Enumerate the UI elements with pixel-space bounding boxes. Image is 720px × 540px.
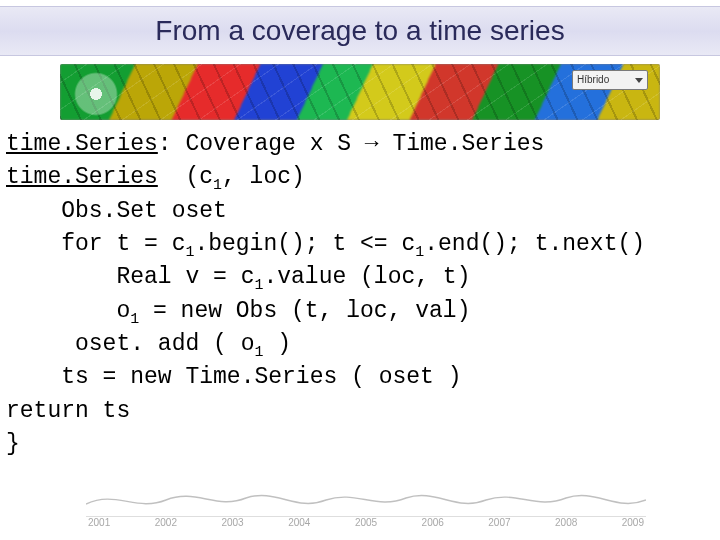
year-label: 2001 <box>88 517 110 528</box>
year-label: 2002 <box>155 517 177 528</box>
map-nav-compass-icon <box>74 72 118 116</box>
code-fn-name: time.Series <box>6 164 158 190</box>
timeline-years: 2001 2002 2003 2004 2005 2006 2007 2008 … <box>86 516 646 528</box>
year-label: 2004 <box>288 517 310 528</box>
code-text: .begin(); t <= c <box>194 231 415 257</box>
satellite-strip-image <box>60 64 660 120</box>
slide: From a coverage to a time series Híbrido… <box>0 0 720 540</box>
code-text: .end(); t.next() <box>424 231 645 257</box>
code-text: o <box>6 298 130 324</box>
pseudocode-block: time.Series: Coverage x S → Time.Series … <box>6 128 680 461</box>
map-layer-dropdown[interactable]: Híbrido <box>572 70 648 90</box>
timeline-wave-icon <box>86 486 646 514</box>
code-fn-sig: time.Series <box>6 131 158 157</box>
slide-title: From a coverage to a time series <box>155 15 564 47</box>
code-text: : Coverage x S → Time.Series <box>158 131 544 157</box>
timeline-chart: 2001 2002 2003 2004 2005 2006 2007 2008 … <box>86 484 646 528</box>
code-text: Obs.Set oset <box>6 198 227 224</box>
chevron-down-icon <box>635 78 643 83</box>
code-text: } <box>6 431 20 457</box>
code-text: oset. add ( o <box>6 331 254 357</box>
year-label: 2005 <box>355 517 377 528</box>
year-label: 2007 <box>488 517 510 528</box>
map-layer-label: Híbrido <box>577 71 609 89</box>
code-text: .value (loc, t) <box>263 264 470 290</box>
code-text: = new Obs (t, loc, val) <box>139 298 470 324</box>
code-text: , loc) <box>222 164 305 190</box>
year-label: 2008 <box>555 517 577 528</box>
code-text: ts = new Time.Series ( oset ) <box>6 364 461 390</box>
code-text: for t = c <box>6 231 185 257</box>
code-sub: 1 <box>130 310 139 326</box>
code-text: return ts <box>6 398 130 424</box>
code-sub: 1 <box>213 177 222 193</box>
code-text: (c <box>158 164 213 190</box>
year-label: 2003 <box>221 517 243 528</box>
title-bar: From a coverage to a time series <box>0 6 720 56</box>
code-text: Real v = c <box>6 264 254 290</box>
year-label: 2006 <box>422 517 444 528</box>
year-label: 2009 <box>622 517 644 528</box>
code-sub: 1 <box>415 244 424 260</box>
code-text: ) <box>263 331 291 357</box>
